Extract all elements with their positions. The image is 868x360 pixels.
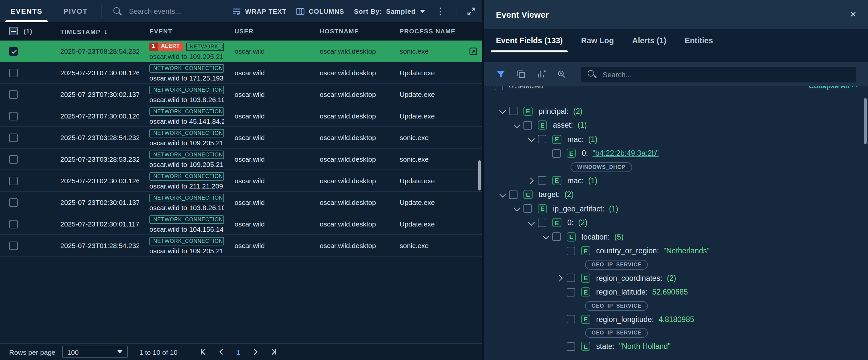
columns-button[interactable]: COLUMNS [297, 7, 344, 15]
row-checkbox[interactable] [9, 47, 18, 55]
event-type-chip[interactable]: NETWORK_CONNECTION [149, 193, 224, 202]
tree-node[interactable]: E 0: (2) [484, 216, 868, 230]
chevron-icon[interactable] [556, 275, 562, 282]
sort-by-dropdown[interactable]: Sort By: Sampled [354, 7, 425, 15]
event-type-chip[interactable]: NETWORK_CONNECTION [149, 107, 224, 116]
row-checkbox[interactable] [9, 198, 18, 206]
fields-scrollbar[interactable] [864, 98, 867, 144]
row-checkbox[interactable] [9, 155, 18, 163]
field-checkbox[interactable] [509, 191, 518, 199]
previous-page-icon[interactable] [218, 348, 225, 355]
table-row[interactable]: 2025-07-23T08:28:54.232 1 ALERT NETWORK_… [0, 41, 482, 62]
current-page[interactable]: 1 [237, 348, 241, 356]
tree-node[interactable]: E ip_geo_artifact: (1) [484, 202, 868, 216]
event-type-chip[interactable]: NETWORK_CONNECTION [186, 42, 224, 51]
field-checkbox[interactable] [567, 342, 575, 351]
event-type-chip[interactable]: NETWORK_CONNECTION [149, 64, 224, 72]
field-checkbox[interactable] [567, 315, 575, 324]
tree-node[interactable]: E region_longitude: 4.8180985 [484, 312, 868, 326]
table-scrollbar[interactable] [478, 160, 481, 191]
tree-node[interactable]: E 0: "b4:22:2b:49:3a:2b" [484, 146, 868, 160]
copy-fields-icon[interactable] [516, 69, 526, 79]
events-search[interactable] [104, 0, 233, 22]
table-row[interactable]: 2025-07-23T02:30:03.126 NETWORK_CONNECTI… [0, 170, 482, 192]
expand-panel-icon[interactable] [467, 7, 475, 15]
tab-event-fields-133[interactable]: Event Fields (133) [487, 29, 572, 52]
rows-per-page-select[interactable]: 100 [62, 346, 127, 358]
events-search-input[interactable] [128, 6, 224, 16]
chevron-icon[interactable] [499, 191, 506, 197]
tab-entities[interactable]: Entities [675, 29, 722, 52]
field-checkbox[interactable] [567, 288, 575, 296]
event-type-chip[interactable]: NETWORK_CONNECTION [149, 150, 224, 159]
field-value[interactable]: 4.8180985 [659, 316, 694, 323]
event-type-chip[interactable]: NETWORK_CONNECTION [149, 215, 224, 224]
field-checkbox[interactable] [538, 176, 546, 185]
event-type-chip[interactable]: NETWORK_CONNECTION [149, 172, 224, 180]
wrap-text-button[interactable]: WRAP TEXT [232, 7, 286, 15]
tab-pivot[interactable]: PIVOT [53, 0, 98, 22]
row-checkbox[interactable] [9, 68, 18, 77]
tree-node[interactable]: E target: (2) [484, 188, 868, 202]
chevron-icon[interactable] [514, 122, 520, 128]
chevron-icon[interactable] [527, 178, 534, 184]
field-checkbox[interactable] [567, 247, 575, 255]
kebab-menu-icon[interactable]: ⋮ [435, 6, 447, 17]
add-chart-icon[interactable] [536, 69, 546, 79]
fields-search[interactable] [581, 66, 856, 82]
tree-node[interactable]: E mac: (1) [484, 132, 868, 146]
tree-node[interactable]: E country_or_region: "Netherlands" [484, 244, 868, 258]
column-header-user[interactable]: USER [229, 28, 314, 35]
column-header-event[interactable]: EVENT [144, 28, 229, 35]
chevron-icon[interactable] [528, 135, 534, 142]
investigate-icon[interactable] [469, 47, 482, 55]
tree-node[interactable]: E principal: (2) [484, 104, 868, 118]
chevron-icon[interactable] [542, 233, 549, 239]
table-row[interactable]: 2025-07-23T07:30:00.126 NETWORK_CONNECTI… [0, 105, 482, 127]
sort-desc-icon[interactable]: ↓ [104, 27, 108, 35]
table-row[interactable]: 2025-07-23T07:30:02.137 NETWORK_CONNECTI… [0, 84, 482, 105]
column-header-hostname[interactable]: HOSTNAME [314, 28, 394, 35]
field-checkbox[interactable] [567, 274, 575, 283]
field-checkbox[interactable] [523, 204, 532, 213]
next-page-icon[interactable] [252, 348, 259, 355]
alert-badge[interactable]: 1 ALERT [149, 42, 183, 51]
table-row[interactable]: 2025-07-23T07:30:08.126 NETWORK_CONNECTI… [0, 62, 482, 84]
tree-node[interactable]: E region_latitude: 52.690685 [484, 285, 868, 299]
tree-node[interactable]: E state: "North Holland" [484, 339, 868, 354]
row-checkbox[interactable] [9, 133, 18, 142]
row-checkbox[interactable] [9, 176, 18, 185]
event-type-chip[interactable]: NETWORK_CONNECTION [149, 86, 224, 94]
filter-icon[interactable] [496, 69, 506, 79]
table-row[interactable]: 2025-07-23T02:30:01.117 NETWORK_CONNECTI… [0, 214, 482, 235]
chevron-icon[interactable] [514, 205, 520, 211]
table-row[interactable]: 2025-07-23T03:28:54.232 NETWORK_CONNECTI… [0, 127, 482, 149]
field-checkbox[interactable] [523, 121, 532, 130]
chevron-icon[interactable] [528, 219, 534, 226]
tab-raw-log[interactable]: Raw Log [572, 29, 623, 52]
table-row[interactable]: 2025-07-23T02:30:01.137 NETWORK_CONNECTI… [0, 192, 482, 214]
field-value[interactable]: "b4:22:2b:49:3a:2b" [592, 150, 659, 157]
tree-node[interactable]: E mac: (1) [484, 173, 868, 188]
select-all-checkbox[interactable] [9, 27, 18, 35]
event-type-chip[interactable]: NETWORK_CONNECTION [149, 237, 224, 245]
column-header-timestamp[interactable]: TIMESTAMP↓ [55, 27, 144, 35]
collapse-all-button[interactable]: Collapse All [809, 87, 858, 90]
event-type-chip[interactable]: NETWORK_CONNECTION [149, 129, 224, 137]
row-checkbox[interactable] [9, 220, 18, 228]
field-checkbox[interactable] [538, 135, 546, 144]
tab-alerts-1[interactable]: Alerts (1) [623, 29, 675, 52]
field-checkbox[interactable] [552, 233, 561, 241]
fields-search-input[interactable] [601, 70, 850, 79]
field-value[interactable]: 52.690685 [652, 288, 688, 296]
table-row[interactable]: 2025-07-23T01:28:54.232 NETWORK_CONNECTI… [0, 235, 482, 257]
tab-events[interactable]: EVENTS [0, 0, 53, 22]
field-checkbox[interactable] [552, 149, 561, 158]
field-checkbox[interactable] [538, 219, 546, 227]
field-value[interactable]: "North Holland" [619, 342, 671, 351]
close-icon[interactable]: × [850, 9, 856, 20]
select-all-fields-checkbox[interactable] [495, 87, 503, 90]
udm-search-icon[interactable] [557, 69, 567, 79]
chevron-icon[interactable] [499, 107, 506, 114]
tree-node[interactable]: E location: (5) [484, 230, 868, 244]
